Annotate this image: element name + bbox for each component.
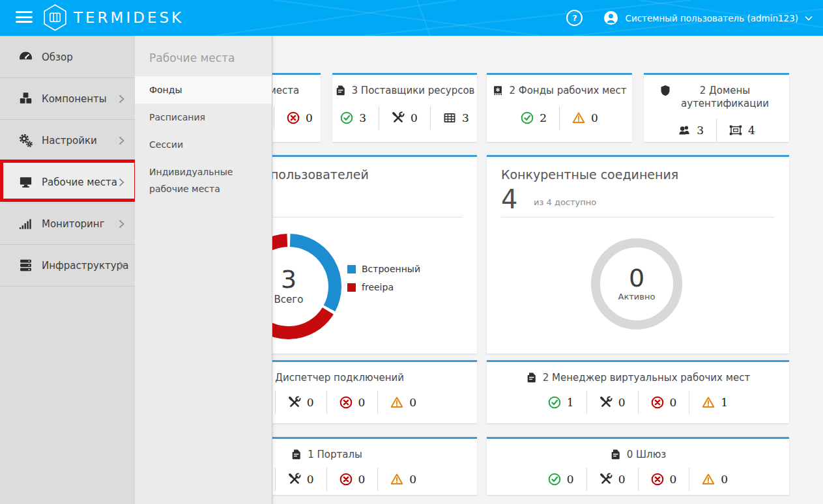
card-title: 3 Поставщики ресурсов: [352, 85, 475, 98]
stat-warn: 0: [377, 468, 429, 491]
submenu-item-label: Индивидуальные рабочие места: [149, 167, 233, 194]
card-vdi-manager: 2 Менеджер виртуальных рабочих мест 1 0 …: [487, 360, 789, 423]
tools-icon: [392, 111, 405, 124]
menu-icon[interactable]: [16, 11, 33, 24]
stat-ok: 3: [328, 106, 379, 130]
chevron-right-icon: [119, 136, 124, 145]
sidebar-item-label: Настройки: [42, 135, 97, 147]
stat-value: 0: [618, 396, 626, 409]
stat-ok: 0: [536, 468, 586, 491]
connections-caption: из 4 доступно: [534, 197, 596, 207]
stat-warn: 0: [377, 391, 429, 414]
stat-error: 0: [638, 391, 689, 414]
sidebar-item-components[interactable]: Компоненты: [0, 78, 135, 120]
card-header: 0 Шлюз: [610, 449, 667, 462]
sidebar-item-monitoring[interactable]: Мониторинг: [0, 203, 135, 245]
submenu-item-sessions[interactable]: Сессии: [135, 131, 272, 158]
legend-label: Встроенный: [362, 264, 420, 274]
stat-warn: 0: [689, 468, 740, 491]
chevron-right-icon: [119, 219, 124, 229]
sidebar-item-label: Обзор: [42, 51, 73, 63]
card-stats: 2 0: [508, 106, 611, 130]
card-title: 2 Домены аутентификации: [676, 85, 774, 110]
legend-item: Встроенный: [347, 264, 420, 274]
sidebar-item-label: Компоненты: [42, 93, 107, 105]
help-icon[interactable]: ?: [566, 10, 583, 26]
sidebar-item-settings[interactable]: Настройки: [0, 120, 135, 161]
chevron-right-icon: [119, 178, 124, 187]
warn-icon: [702, 396, 715, 409]
sidebar-item-overview[interactable]: Обзор: [0, 36, 135, 78]
stat-group: 4: [716, 119, 768, 142]
card-title: 0 Шлюз: [627, 449, 667, 462]
submenu-item-schedules[interactable]: Расписания: [135, 104, 272, 131]
legend-swatch: [347, 283, 356, 292]
sidebar-item-infrastructure[interactable]: Инфраструктура: [0, 245, 135, 287]
stat-value: 0: [618, 473, 626, 486]
grid-icon: [443, 111, 456, 124]
ok-icon: [548, 396, 561, 409]
divider: [501, 217, 775, 217]
card-domains: 2 Домены аутентификации 3 4: [644, 73, 789, 142]
sidebar-item-label: Рабочие места: [42, 176, 117, 188]
stat-value: 2: [540, 111, 547, 124]
card-header: 1 Порталы: [291, 449, 362, 462]
card-header: 2 Менеджер виртуальных рабочих мест: [526, 372, 751, 385]
sidebar-item-workplaces[interactable]: Рабочие места: [0, 161, 135, 203]
stat-value: 0: [307, 396, 314, 409]
sidebar: Обзор Компоненты Настройки Рабочие места…: [0, 36, 135, 504]
stat-value: 3: [359, 111, 366, 124]
connections-total: 4: [501, 184, 517, 214]
submenu-item-individual[interactable]: Индивидуальные рабочие места: [135, 158, 272, 203]
chip-icon: [492, 85, 504, 96]
brand-hexagon-icon: [43, 4, 67, 31]
gears-icon: [19, 133, 33, 147]
submenu-item-label: Расписания: [149, 112, 205, 122]
book-icon: [526, 372, 538, 384]
error-icon: [287, 111, 300, 124]
stat-value: 3: [697, 124, 704, 137]
desktop-icon: [19, 175, 33, 189]
card-stats: 3 4: [665, 119, 768, 142]
app-window: TERMIDESK ? Системный пользователь (admi…: [0, 0, 823, 504]
card-header: 3 Поставщики ресурсов: [335, 85, 475, 98]
stat-value: 3: [462, 111, 469, 124]
servers-icon: [19, 259, 33, 272]
stat-value: 0: [567, 473, 574, 486]
sidebar-item-label: Инфраструктура: [42, 260, 128, 272]
card-header: 2 Домены аутентификации: [659, 85, 774, 110]
legend-swatch: [347, 265, 356, 273]
warn-icon: [390, 396, 403, 409]
cubes-icon: [19, 92, 33, 105]
card-pools: 2 Фонды рабочих мест 2 0: [487, 73, 632, 142]
stat-value: 0: [670, 396, 677, 409]
chevron-down-icon[interactable]: [805, 15, 813, 21]
stat-error: 0: [326, 468, 378, 491]
stat-warn: 0: [559, 106, 611, 130]
stat-value: 1: [567, 396, 574, 409]
stat-tools: 0: [275, 391, 326, 414]
stat-value: 0: [591, 111, 598, 124]
user-menu-label[interactable]: Системный пользователь (admin123): [625, 13, 798, 23]
ring-center: 0 Активно: [604, 265, 669, 301]
error-icon: [651, 396, 664, 409]
submenu-item-funds[interactable]: Фонды: [135, 76, 272, 104]
stat-tools: 0: [379, 106, 430, 130]
stat-warn: 1: [689, 391, 740, 414]
active-connections: 0: [604, 265, 669, 291]
stat-value: 0: [409, 396, 416, 409]
stat-tools: 0: [275, 468, 326, 491]
submenu-title: Рабочие места: [149, 51, 272, 64]
book-icon: [610, 449, 622, 460]
shield-icon: [659, 85, 671, 96]
card-title: Конкурентные соединения: [501, 167, 678, 182]
card-title: 1 Диспетчер подключений: [266, 372, 404, 385]
tools-icon: [288, 473, 301, 486]
card-stats: 1 0 0 1: [536, 391, 740, 414]
stat-tools: 0: [586, 468, 638, 491]
card-providers: 3 Поставщики ресурсов 3 0 3: [332, 73, 477, 142]
card-stats: 3 0 3: [328, 106, 481, 130]
chevron-right-icon: [119, 94, 124, 104]
card-gateway: 0 Шлюз 0 0 0 0: [487, 437, 789, 495]
stat-value: 0: [358, 396, 366, 409]
